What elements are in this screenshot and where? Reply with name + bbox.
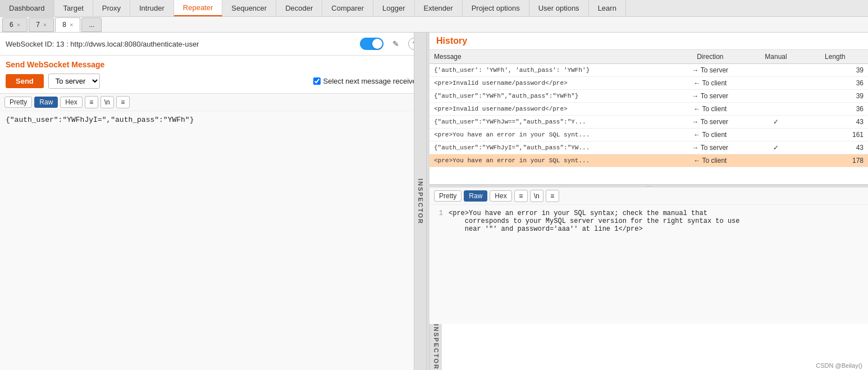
checkbox-label: Select next message received [313,77,421,85]
history-cell-direction: ← To client [671,129,750,141]
main-area: WebSocket ID: 13 : http://dvws.local:808… [0,33,868,370]
col-header-manual: Manual [750,50,802,64]
menu-icon-left[interactable]: ≡ [116,96,130,108]
nav-comparer[interactable]: Comparer [322,0,373,16]
history-cell-direction: ← To client [671,77,750,90]
send-section-title: Send WebSocket Message [6,60,421,69]
nav-sequencer[interactable]: Sequencer [222,0,276,16]
history-cell-length: 161 [802,129,868,141]
table-row[interactable]: {'auth_user': 'YWFh', 'auth_pass': 'YWFh… [430,64,868,77]
response-section: Pretty Raw Hex ≡ \n ≡ 1 <pre>You have an… [430,188,868,324]
ws-url-bar: WebSocket ID: 13 : http://dvws.local:808… [0,33,426,56]
left-panel: WebSocket ID: 13 : http://dvws.local:808… [0,33,427,370]
history-cell-direction: → To server [671,141,750,154]
tab-6[interactable]: 6 × [2,17,28,32]
nav-repeater[interactable]: Repeater [174,0,222,16]
history-cell-length: 39 [802,64,868,77]
table-row[interactable]: {"auth_user":"YWFhJyI=","auth_pass":"YW.… [430,141,868,154]
line-numbers: 1 [430,207,446,322]
tab-6-close[interactable]: × [17,21,20,28]
history-table-wrapper[interactable]: Message Direction Manual Length {'auth_u… [430,50,868,185]
raw-btn-left[interactable]: Raw [34,97,58,108]
history-cell-length: 43 [802,141,868,154]
history-cell-message: {"auth_user":"YWFh","auth_pass":"YWFh"} [430,90,671,103]
response-body[interactable]: 1 <pre>You have an error in your SQL syn… [430,205,868,324]
message-body[interactable]: {"auth_user":"YWFhJyI=","auth_pass":"YWF… [0,111,426,370]
nav-target[interactable]: Target [54,0,93,16]
history-cell-direction: → To server [671,116,750,129]
nav-extender[interactable]: Extender [415,0,463,16]
col-header-message: Message [430,50,671,64]
tab-7-close[interactable]: × [43,21,47,28]
history-cell-manual [750,154,802,167]
format-toolbar-left: Pretty Raw Hex ≡ \n ≡ [0,94,426,111]
table-row[interactable]: <pre>Invalid username/password</pre>← To… [430,77,868,90]
direction-select[interactable]: To server To client [48,74,100,89]
nav-learn[interactable]: Learn [589,0,626,16]
history-cell-manual [750,64,802,77]
history-cell-length: 36 [802,77,868,90]
tab-8-label: 8 [62,21,66,29]
wrap-icon-left[interactable]: ≡ [85,96,98,108]
tab-8[interactable]: 8 × [55,17,80,32]
select-next-checkbox[interactable] [313,77,321,85]
status-text: CSDN @Beilay() [816,362,862,369]
send-controls: Send To server To client Select next mes… [6,74,421,89]
history-cell-message: {"auth_user":"YWFhJw==","auth_pass":"Y..… [430,116,671,129]
table-row[interactable]: <pre>You have an error in your SQL synt.… [430,129,868,141]
history-cell-direction: → To server [671,64,750,77]
history-cell-message: <pre>Invalid username/password</pre> [430,103,671,116]
history-cell-message: <pre>You have an error in your SQL synt.… [430,154,671,167]
tabs-row: 6 × 7 × 8 × ... [0,17,868,33]
status-bar: CSDN @Beilay() [810,361,868,370]
newline-icon-right[interactable]: \n [530,190,543,202]
col-header-length: Length [802,50,868,64]
table-row[interactable]: <pre>Invalid username/password</pre>← To… [430,103,868,116]
nav-intruder[interactable]: Intruder [130,0,174,16]
table-row[interactable]: <pre>You have an error in your SQL synt.… [430,154,868,167]
hex-btn-right[interactable]: Hex [490,190,511,202]
history-cell-length: 39 [802,90,868,103]
send-button[interactable]: Send [6,74,44,88]
nav-proxy[interactable]: Proxy [93,0,130,16]
tab-more[interactable]: ... [81,17,102,32]
history-cell-length: 36 [802,103,868,116]
send-section: Send WebSocket Message Send To server To… [0,56,426,94]
history-cell-direction: ← To client [671,154,750,167]
history-cell-manual [750,90,802,103]
history-cell-direction: ← To client [671,103,750,116]
response-content: <pre>You have an error in your SQL synta… [446,207,866,322]
wrap-icon-right[interactable]: ≡ [514,190,528,202]
nav-decoder[interactable]: Decoder [276,0,322,16]
nav-logger[interactable]: Logger [373,0,414,16]
history-table: Message Direction Manual Length {'auth_u… [430,50,868,167]
ws-edit-icon[interactable]: ✎ [389,37,403,51]
table-row[interactable]: {"auth_user":"YWFh","auth_pass":"YWFh"}→… [430,90,868,103]
response-format-toolbar: Pretty Raw Hex ≡ \n ≡ [430,188,868,205]
pretty-btn-left[interactable]: Pretty [4,97,32,108]
nav-dashboard[interactable]: Dashboard [0,0,54,16]
history-cell-message: <pre>Invalid username/password</pre> [430,77,671,90]
table-row[interactable]: {"auth_user":"YWFhJw==","auth_pass":"Y..… [430,116,868,129]
tab-8-close[interactable]: × [70,21,73,28]
history-cell-manual [750,103,802,116]
nav-project-options[interactable]: Project options [463,0,529,16]
raw-btn-right[interactable]: Raw [464,190,487,202]
right-panel: History Message Direction Manual Length … [430,33,868,370]
history-cell-manual [750,77,802,90]
history-cell-manual [750,129,802,141]
ws-toggle[interactable] [360,38,383,50]
history-cell-manual: ✓ [750,141,802,154]
newline-icon-left[interactable]: \n [100,96,114,108]
inspector-sidebar-left[interactable]: INSPECTOR [414,33,426,370]
top-nav: Dashboard Target Proxy Intruder Repeater… [0,0,868,17]
menu-icon-right[interactable]: ≡ [546,190,559,202]
pretty-btn-right[interactable]: Pretty [434,190,462,202]
history-cell-length: 43 [802,116,868,129]
ws-url-text: WebSocket ID: 13 : http://dvws.local:808… [6,40,354,48]
tab-7[interactable]: 7 × [29,17,54,32]
hex-btn-left[interactable]: Hex [60,97,82,108]
tab-7-label: 7 [36,21,40,29]
inspector-sidebar-right[interactable]: INSPECTOR [430,324,442,370]
nav-user-options[interactable]: User options [529,0,589,16]
